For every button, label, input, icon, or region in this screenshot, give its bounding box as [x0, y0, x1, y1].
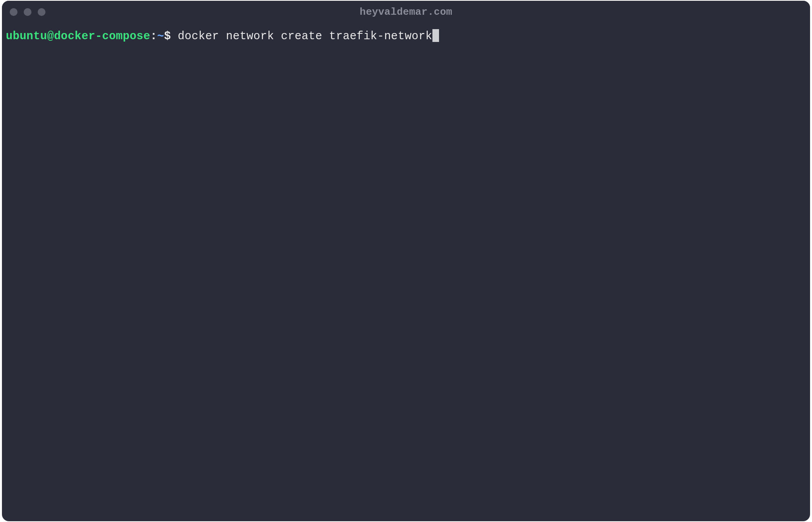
prompt-user-host: ubuntu@docker-compose: [6, 29, 150, 44]
close-icon[interactable]: [10, 8, 17, 16]
cursor-icon: [432, 29, 439, 42]
terminal-window: heyvaldemar.com ubuntu@docker-compose:~$…: [2, 1, 810, 521]
title-bar: heyvaldemar.com: [2, 1, 810, 23]
minimize-icon[interactable]: [24, 8, 31, 16]
prompt-symbol: $: [164, 29, 178, 44]
prompt-line: ubuntu@docker-compose:~$ docker network …: [6, 29, 806, 44]
terminal-body[interactable]: ubuntu@docker-compose:~$ docker network …: [2, 23, 810, 521]
maximize-icon[interactable]: [38, 8, 45, 16]
window-title: heyvaldemar.com: [360, 6, 453, 18]
traffic-lights: [10, 8, 45, 16]
prompt-colon: :: [150, 29, 157, 44]
command-text: docker network create traefik-network: [178, 29, 432, 44]
prompt-path: ~: [157, 29, 164, 44]
